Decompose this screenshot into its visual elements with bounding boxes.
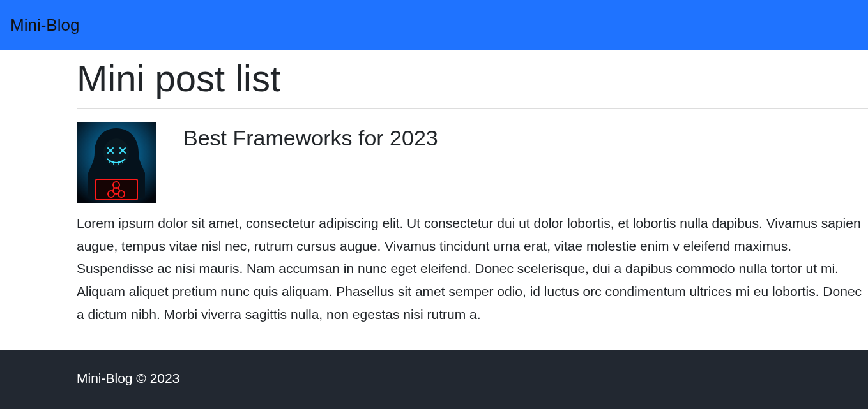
footer: Mini-Blog © 2023 [0,350,868,409]
page-title: Mini post list [77,57,868,100]
post-body: Lorem ipsum dolor sit amet, consectetur … [77,212,868,325]
brand-link[interactable]: Mini-Blog [10,15,79,34]
post-title[interactable]: Best Frameworks for 2023 [183,126,868,151]
main-container: Mini post list [77,57,868,341]
navbar: Mini-Blog [0,0,868,50]
divider-bottom [77,341,868,341]
post-title-col: Best Frameworks for 2023 [164,122,868,203]
footer-text: Mini-Blog © 2023 [77,371,868,386]
post-card: Best Frameworks for 2023 [77,122,868,203]
post-thumbnail-image[interactable] [77,122,156,203]
divider-top [77,108,868,109]
post-thumb-col [77,122,164,203]
